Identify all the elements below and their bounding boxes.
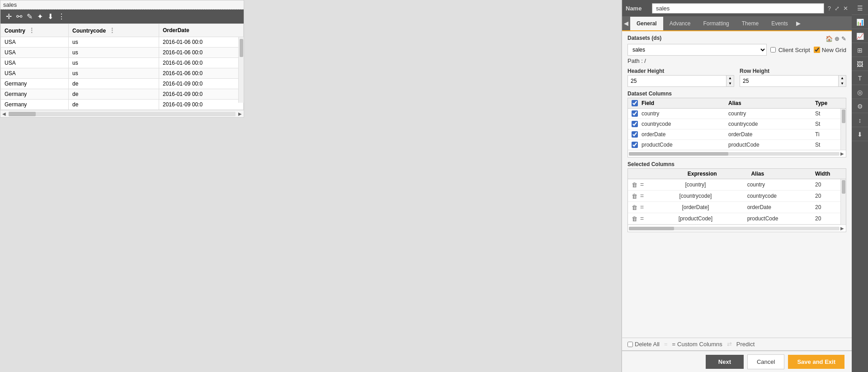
sidebar-icon-3[interactable]: 📈 <box>852 30 868 43</box>
col-check-countrycode[interactable] <box>632 121 638 127</box>
sidebar-icon-9[interactable]: ↕ <box>852 114 868 127</box>
header-height-input[interactable] <box>628 76 726 86</box>
sidebar-icon-1[interactable]: ☰ <box>852 2 868 15</box>
datasets-icons: 🏠 ⊕ ✎ <box>826 35 846 42</box>
sel-vert-scrollbar[interactable] <box>840 179 846 224</box>
tab-formatting[interactable]: Formatting <box>697 17 735 30</box>
eq-country: = <box>640 181 644 188</box>
width-countrycode: 20 <box>815 193 842 199</box>
sidebar-icon-8[interactable]: ⚙ <box>852 100 868 113</box>
close-icon[interactable]: ✕ <box>843 5 848 12</box>
col-header-countrycode: Countrycode ⋮ <box>69 24 159 37</box>
datasets-select[interactable]: sales <box>627 44 767 56</box>
trash-orderdate[interactable]: 🗑 <box>632 204 637 211</box>
tab-advance[interactable]: Advance <box>663 17 697 30</box>
table-row: USAus2016-01-06 00:0 <box>1 68 244 79</box>
col-check-orderdate[interactable] <box>632 131 638 138</box>
new-grid-checkbox[interactable] <box>814 47 820 53</box>
sel-expr-header: Expression <box>657 171 747 177</box>
col-horiz-scrollbar[interactable]: ▶ <box>628 150 846 157</box>
scroll-left-arrow[interactable]: ◀ <box>1 111 7 116</box>
vertical-scroll-thumb[interactable] <box>240 39 243 57</box>
sel-alias-header: Alias <box>751 171 811 177</box>
row-height-down[interactable]: ▼ <box>839 81 846 86</box>
table-row: USAus2016-01-06 00:0 <box>1 48 244 58</box>
name-input[interactable] <box>652 3 824 14</box>
row-height-label: Row Height <box>740 68 846 74</box>
dataset-columns-label: Dataset Columns <box>627 91 846 97</box>
eq-countrycode: = <box>640 192 644 200</box>
sidebar-icon-5[interactable]: 🖼 <box>852 58 868 71</box>
row-height-up[interactable]: ▲ <box>839 76 846 81</box>
sidebar-icon-6[interactable]: T <box>852 72 868 85</box>
predict-item[interactable]: Predict <box>736 341 755 348</box>
selected-row-country: 🗑 = [country] country 20 <box>628 179 846 191</box>
header-height-up[interactable]: ▲ <box>726 76 734 81</box>
sel-horiz-scrollbar[interactable]: ▶ <box>628 224 846 232</box>
header-height-down[interactable]: ▼ <box>726 81 734 86</box>
column-row-country: country country St <box>628 109 846 119</box>
col-header-checkbox[interactable] <box>632 100 638 106</box>
new-grid-row: New Grid <box>814 47 846 53</box>
toolbar-divider1: = <box>664 341 668 348</box>
help-icon[interactable]: ? <box>828 5 831 12</box>
trash-country[interactable]: 🗑 <box>632 181 637 188</box>
next-button[interactable]: Next <box>706 355 744 369</box>
sidebar-icon-7[interactable]: ◎ <box>852 86 868 99</box>
sel-scroll-thumb[interactable] <box>842 180 845 194</box>
vertical-scrollbar[interactable] <box>238 37 244 103</box>
alias-country: country <box>747 181 812 188</box>
col-dots-country[interactable]: ⋮ <box>28 27 35 34</box>
delete-all-item[interactable]: Delete All <box>627 341 660 348</box>
sidebar-icon-4[interactable]: ⊞ <box>852 44 868 57</box>
header-height-spinners: ▲ ▼ <box>726 76 734 86</box>
col-alias-country: country <box>728 110 811 117</box>
col-vert-scrollbar[interactable] <box>840 109 846 150</box>
canvas-area: sales ✛ ⚯ ✎ ✦ ⬇ ⋮ Country ⋮ Countrycode … <box>0 0 621 372</box>
table-row: Germanyde2016-01-09 00:0 <box>1 89 244 100</box>
sidebar-icon-10[interactable]: ⬇ <box>852 128 868 141</box>
resize-icon[interactable]: ⤢ <box>835 5 840 12</box>
more-icon[interactable]: ⋮ <box>56 11 67 22</box>
trash-countrycode[interactable]: 🗑 <box>632 193 637 200</box>
move-icon[interactable]: ✛ <box>4 11 14 22</box>
save-exit-button[interactable]: Save and Exit <box>788 355 844 369</box>
col-right-arrow[interactable]: ▶ <box>840 151 845 156</box>
tab-theme[interactable]: Theme <box>736 17 765 30</box>
link-icon[interactable]: ⚯ <box>14 11 24 22</box>
col-check-country[interactable] <box>632 110 638 117</box>
tab-events[interactable]: Events <box>765 17 794 30</box>
settings-icon[interactable]: ✦ <box>35 11 45 22</box>
export-icon[interactable]: ⬇ <box>46 11 55 22</box>
edit-ds-icon[interactable]: ✎ <box>841 35 846 42</box>
tab-general[interactable]: General <box>630 17 663 30</box>
col-scroll-thumb[interactable] <box>842 110 845 123</box>
cancel-button[interactable]: Cancel <box>747 354 784 369</box>
width-productcode: 20 <box>815 215 842 222</box>
home-icon[interactable]: 🏠 <box>826 35 833 42</box>
row-height-input[interactable] <box>740 76 838 86</box>
col-check-productcode[interactable] <box>632 142 638 148</box>
datasets-label: Datasets (ds) <box>627 35 661 41</box>
width-country: 20 <box>815 181 842 188</box>
horizontal-scrollbar[interactable]: ◀ ▶ <box>0 110 244 117</box>
trash-productcode[interactable]: 🗑 <box>632 215 637 222</box>
col-horiz-track <box>629 152 840 156</box>
sidebar-icon-2[interactable]: 📊 <box>852 16 868 29</box>
alias-productcode: productCode <box>747 215 812 222</box>
col-dots-countrycode[interactable]: ⋮ <box>109 27 115 34</box>
sel-right-arrow[interactable]: ▶ <box>840 226 845 231</box>
edit-icon[interactable]: ✎ <box>25 11 34 22</box>
add-icon[interactable]: ⊕ <box>835 35 840 42</box>
scroll-right-arrow[interactable]: ▶ <box>237 111 243 116</box>
name-label: Name <box>626 5 648 12</box>
client-script-checkbox[interactable] <box>770 47 776 52</box>
delete-all-checkbox[interactable] <box>627 342 633 347</box>
header-height-wrap: ▲ ▼ <box>627 75 734 87</box>
grid-wrapper: Country ⋮ Countrycode ⋮ OrderDate USAus2… <box>0 24 244 110</box>
grid-widget: sales ✛ ⚯ ✎ ✦ ⬇ ⋮ Country ⋮ Countrycode … <box>0 0 244 118</box>
heights-section: Header Height ▲ ▼ Row Height ▲ <box>627 68 846 87</box>
custom-columns-item[interactable]: = Custom Columns <box>672 341 722 348</box>
tab-left-arrow[interactable]: ◀ <box>622 16 630 30</box>
tab-right-arrow[interactable]: ▶ <box>794 16 802 30</box>
